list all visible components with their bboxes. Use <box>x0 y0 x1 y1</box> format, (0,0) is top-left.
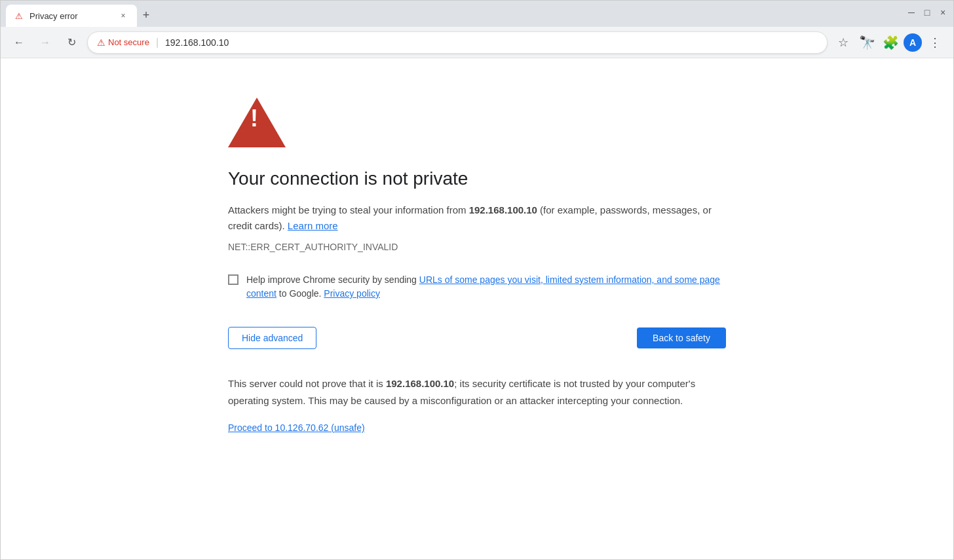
title-bar: ⚠ Privacy error × + ─ □ × <box>1 1 953 27</box>
close-button[interactable]: × <box>938 7 948 18</box>
back-button[interactable]: ← <box>9 32 29 53</box>
forward-button[interactable]: → <box>35 32 56 53</box>
error-container: Your connection is not private Attackers… <box>228 98 726 434</box>
error-title: Your connection is not private <box>228 168 726 189</box>
minimize-button[interactable]: ─ <box>906 7 917 18</box>
active-tab[interactable]: ⚠ Privacy error × <box>6 5 137 27</box>
warning-triangle <box>228 98 286 147</box>
warning-icon: ⚠ <box>97 37 105 48</box>
address-url: 192.168.100.10 <box>165 37 818 48</box>
new-tab-button[interactable]: + <box>137 6 155 24</box>
back-to-safety-button[interactable]: Back to safety <box>637 327 726 348</box>
advanced-host: 192.168.100.10 <box>386 378 454 389</box>
error-host: 192.168.100.10 <box>469 204 537 215</box>
not-secure-indicator: ⚠ Not secure <box>97 37 149 48</box>
menu-button[interactable]: ⋮ <box>925 32 945 53</box>
address-bar[interactable]: ⚠ Not secure | 192.168.100.10 <box>87 31 828 54</box>
hide-advanced-button[interactable]: Hide advanced <box>228 327 316 349</box>
address-separator: | <box>156 37 159 48</box>
tab-bar: ⚠ Privacy error × + <box>6 1 904 27</box>
checkbox-row: Help improve Chrome security by sending … <box>228 273 726 301</box>
checkbox-label-before: Help improve Chrome security by sending <box>246 274 419 285</box>
advanced-text-before: This server could not prove that it is <box>228 378 386 389</box>
advanced-info: This server could not prove that it is 1… <box>228 375 726 409</box>
error-code: NET::ERR_CERT_AUTHORITY_INVALID <box>228 242 726 252</box>
proceed-link[interactable]: Proceed to 10.126.70.62 (unsafe) <box>228 422 365 433</box>
error-description: Attackers might be trying to steal your … <box>228 202 726 234</box>
checkbox-label: Help improve Chrome security by sending … <box>246 273 726 301</box>
maximize-button[interactable]: □ <box>922 7 932 18</box>
help-checkbox[interactable] <box>228 274 238 285</box>
tab-title: Privacy error <box>29 11 112 21</box>
window-controls: ─ □ × <box>906 7 948 20</box>
tab-favicon: ⚠ <box>14 10 24 21</box>
reload-button[interactable]: ↻ <box>61 32 82 53</box>
buttons-row: Hide advanced Back to safety <box>228 327 726 349</box>
checkbox-label-middle: to Google. <box>277 288 324 299</box>
not-secure-label: Not secure <box>108 37 149 47</box>
tab-close-button[interactable]: × <box>117 10 129 22</box>
bookmark-icon[interactable]: ☆ <box>833 32 854 53</box>
extensions-icon[interactable]: 🔭 <box>856 32 877 53</box>
error-desc-before: Attackers might be trying to steal your … <box>228 204 469 215</box>
toolbar-icons: ☆ 🔭 🧩 A ⋮ <box>833 32 945 53</box>
extension-puzzle-icon[interactable]: 🧩 <box>880 32 901 53</box>
browser-window: ⚠ Privacy error × + ─ □ × ← → ↻ ⚠ Not se… <box>0 0 954 560</box>
profile-button[interactable]: A <box>904 33 922 52</box>
privacy-policy-link[interactable]: Privacy policy <box>324 288 380 299</box>
learn-more-link[interactable]: Learn more <box>288 220 338 231</box>
page-content: Your connection is not private Attackers… <box>1 58 953 559</box>
warning-icon-container <box>228 98 726 147</box>
nav-bar: ← → ↻ ⚠ Not secure | 192.168.100.10 ☆ 🔭 … <box>1 27 953 58</box>
